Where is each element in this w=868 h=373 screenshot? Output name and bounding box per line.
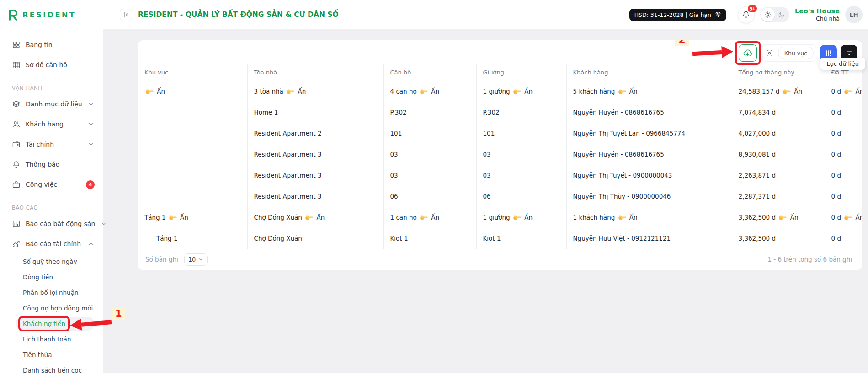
table-row[interactable]: Tầng 1Chợ Đồng XuânKiot 1Kiot 1Nguyễn Hữ… [138, 228, 862, 249]
sidebar-item-danh-muc-du-lieu[interactable]: Danh mục dữ liệu [0, 94, 103, 114]
pointing-hand-icon [420, 89, 428, 94]
column-header[interactable]: Tổng nợ tháng này [732, 64, 825, 81]
annotation-label-step-1: 1 [112, 308, 125, 320]
table-row[interactable]: Resident Apartment 30303Nguyễn Huyền - 0… [138, 144, 862, 165]
sidebar-item-label: Sơ đồ căn hộ [26, 61, 95, 68]
group-row[interactable]: Tầng 1 ẨnChợ Đồng Xuân Ẩn1 căn hộ Ẩn1 gi… [138, 207, 862, 228]
sidebar-item-bao-cao-bat-dong-san[interactable]: Báo cáo bất động sản [0, 214, 103, 234]
briefcase-icon [12, 180, 21, 189]
column-header[interactable]: Tòa nhà [247, 64, 383, 81]
sidebar-item-cong-viec[interactable]: Công việc4 [0, 174, 103, 194]
license-text: HSD: 31-12-2028 | Gia hạn [634, 11, 711, 18]
sidebar-item-thong-bao[interactable]: Thông báo [0, 154, 103, 174]
table-cell: Resident Apartment 3 [247, 144, 383, 165]
table-row[interactable]: Resident Apartment 30606Nguyễn Thị Thùy … [138, 186, 862, 207]
sidebar-collapse-button[interactable] [120, 9, 132, 21]
page-title: RESIDENT - QUẢN LÝ BẤT ĐỘNG SẢN & CƯ DÂN… [138, 11, 339, 19]
pointing-hand-icon [618, 89, 626, 94]
sidebar-item-lich-thanh-toan[interactable]: Lịch thanh toán [0, 331, 103, 347]
sidebar-item-bao-cao-tai-chinh[interactable]: Báo cáo tài chính [0, 234, 103, 254]
table-cell: P.302 [476, 102, 566, 123]
sidebar-item-label: Tài chính [26, 141, 82, 148]
sidebar-item-cong-no-hop-dong-moi[interactable]: Công nợ hợp đồng mới [0, 300, 103, 316]
table-cell: 03 [476, 165, 566, 186]
table-row[interactable]: Resident Apartment 30303Nguyễn Thị Tuyết… [138, 165, 862, 186]
sidebar-item-label: Bảng tin [26, 41, 95, 48]
theme-toggle[interactable] [760, 7, 789, 22]
table-cell: 7,074,834 đ [732, 102, 825, 123]
table-cell: 1 căn hộ Ẩn [383, 207, 476, 228]
sidebar-item-tien-thua[interactable]: Tiền thừa [0, 347, 103, 362]
khu-vuc-button[interactable]: Khu vực [778, 47, 814, 59]
sidebar-item-phan-bo-loi-nhuan[interactable]: Phân bổ lợi nhuận [0, 285, 103, 300]
annotation-arrow-step-2 [692, 46, 733, 60]
sidebar-item-label: Công nợ hợp đồng mới [23, 305, 93, 312]
sidebar-item-danh-sach-tien-coc[interactable]: Danh sách tiền cọc [0, 362, 103, 373]
page-size-value: 10 [188, 256, 196, 263]
scan-button[interactable] [763, 47, 776, 59]
sidebar-nav: Bảng tinSơ đồ căn hộVẬN HÀNHDanh mục dữ … [0, 29, 103, 373]
table-row[interactable]: Home 1P.302P.302Nguyễn Huyền - 086861676… [138, 102, 862, 123]
sidebar-item-so-quy-theo-ngay[interactable]: Sổ quỹ theo ngày [0, 254, 103, 269]
gem-icon [715, 11, 721, 18]
table-cell: Chợ Đồng Xuân Ẩn [247, 207, 383, 228]
table-cell: Nguyễn Thị Thùy - 0900000046 [566, 186, 732, 207]
user-block[interactable]: Leo's House Chủ nhà [795, 7, 840, 22]
topbar: RESIDENT - QUẢN LÝ BẤT ĐỘNG SẢN & CƯ DÂN… [103, 0, 868, 29]
wallet-icon [12, 140, 21, 149]
sidebar-item-so-do-can-ho[interactable]: Sơ đồ căn hộ [0, 55, 103, 75]
light-mode-sun-icon[interactable] [761, 8, 775, 21]
table-cell: Nguyễn Hữu Việt - 0912121121 [566, 228, 732, 249]
table-cell: Ẩn [138, 81, 247, 102]
table-cell: Tầng 1 Ẩn [138, 207, 247, 228]
table-cell: 03 [383, 165, 476, 186]
task-count-badge: 4 [86, 180, 95, 189]
chevron-down-icon [87, 141, 95, 148]
sidebar-item-bang-tin[interactable]: Bảng tin [0, 35, 103, 55]
avatar[interactable]: LH [845, 6, 863, 23]
table-cell: 0 đ [825, 123, 862, 144]
sidebar-item-label: Dòng tiền [23, 273, 53, 281]
table-cell: 1 khách hàng Ẩn [566, 207, 732, 228]
table-cell: Resident Apartment 2 [247, 123, 383, 144]
dark-mode-moon-icon[interactable] [775, 11, 788, 18]
table-header-row: Khu vựcTòa nhàCăn hộGiườngKhách hàngTổng… [138, 64, 862, 81]
sidebar-item-label: Công việc [26, 181, 81, 188]
table-cell: 1 giường Ẩn [476, 207, 566, 228]
table-cell: 4 căn hộ Ẩn [383, 81, 476, 102]
table-cell: 06 [383, 186, 476, 207]
table-footer: Số bản ghi 10 1 - 6 trên tổng số 6 bản g… [138, 248, 862, 270]
column-header[interactable]: Khu vực [138, 64, 247, 81]
table-cell: 0 đ [825, 144, 862, 165]
sidebar-item-khach-hang[interactable]: Khách hàng [0, 114, 103, 134]
table-cell: 0 đ [825, 165, 862, 186]
sidebar-item-khach-no-tien[interactable]: Khách nợ tiền1 [0, 316, 103, 331]
download-button[interactable] [739, 44, 757, 62]
table-cell: 24,583,157 đ Ẩn [732, 81, 825, 102]
sidebar-item-tai-chinh[interactable]: Tài chính [0, 134, 103, 154]
table-cell: 0 đ [825, 102, 862, 123]
group-row[interactable]: Ẩn3 tòa nhà Ẩn4 căn hộ Ẩn1 giường Ẩn5 kh… [138, 81, 862, 102]
sidebar-section-van-hanh: VẬN HÀNH [0, 79, 103, 94]
sidebar-item-label: Tiền thừa [23, 351, 52, 358]
table-cell: 06 [476, 186, 566, 207]
table-cell: Home 1 [247, 102, 383, 123]
sidebar-item-label: Lịch thanh toán [23, 336, 71, 343]
pointing-hand-icon [844, 89, 852, 94]
main-area: RESIDENT - QUẢN LÝ BẤT ĐỘNG SẢN & CƯ DÂN… [103, 0, 868, 373]
logo[interactable]: RESIDENT [0, 0, 103, 29]
column-header[interactable]: Khách hàng [566, 64, 732, 81]
table-cell: 101 [476, 123, 566, 144]
user-name: Leo's House [795, 7, 840, 15]
column-header[interactable]: Căn hộ [383, 64, 476, 81]
bell-icon [12, 160, 21, 169]
table-row[interactable]: Resident Apartment 2101101Nguyễn Thị Tuy… [138, 123, 862, 144]
sidebar-item-dong-tien[interactable]: Dòng tiền [0, 269, 103, 285]
license-badge[interactable]: HSD: 31-12-2028 | Gia hạn [629, 9, 726, 21]
page-size-select[interactable]: 10 [184, 253, 208, 266]
column-header[interactable]: Giường [476, 64, 566, 81]
pointing-hand-icon [618, 215, 626, 220]
brand-name: RESIDENT [22, 11, 76, 19]
notifications-button[interactable]: 9+ [738, 6, 755, 23]
sidebar-section-bao-cao: BÁO CÁO [0, 198, 103, 214]
